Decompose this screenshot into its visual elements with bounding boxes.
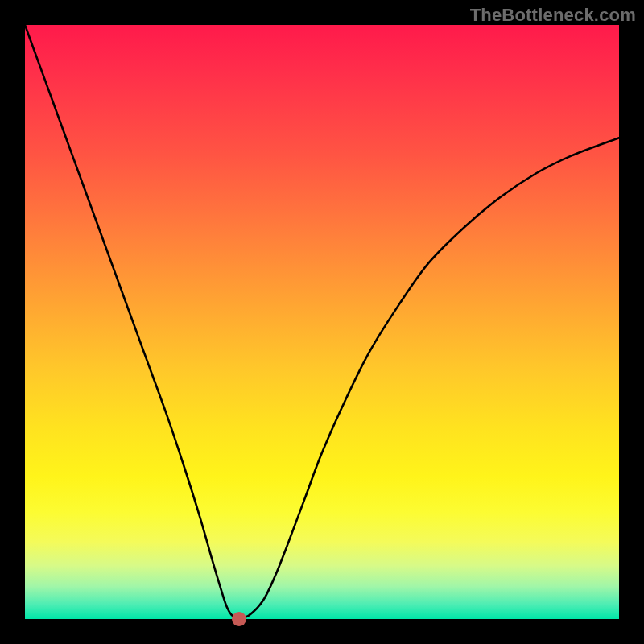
curve-svg bbox=[25, 25, 619, 619]
bottleneck-curve bbox=[25, 25, 619, 617]
optimum-marker bbox=[232, 612, 246, 626]
watermark-text: TheBottleneck.com bbox=[470, 5, 636, 26]
chart-frame: TheBottleneck.com bbox=[0, 0, 644, 644]
plot-area bbox=[25, 25, 619, 619]
